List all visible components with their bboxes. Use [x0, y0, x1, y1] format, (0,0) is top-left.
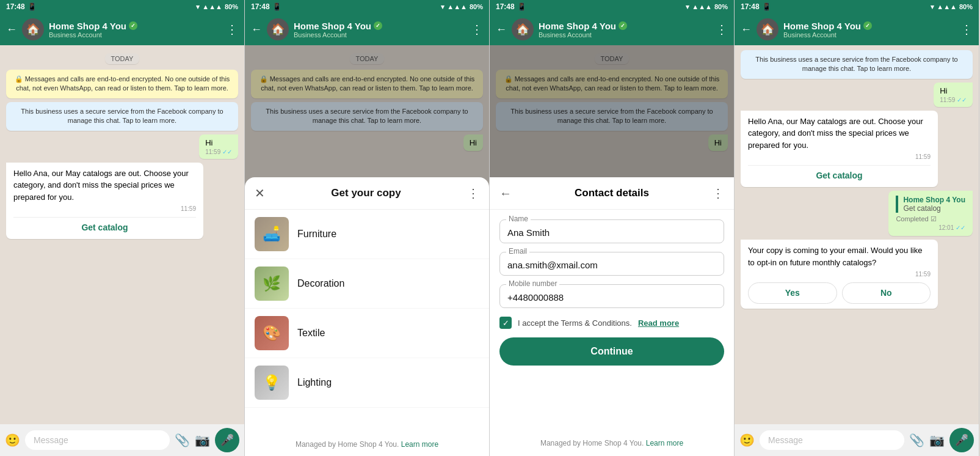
panel-2: 17:48 📱 ▾ ▲▲▲ 80% ← 🏠 Home Shop 4 You ✓ … — [245, 0, 490, 456]
close-button[interactable]: ✕ — [255, 186, 265, 200]
catalog-time-1: 11:59 — [13, 204, 196, 213]
status-bar-right-1: ▾ ▲▲▲ 80% — [196, 3, 238, 11]
header-info-2: Home Shop 4 You ✓ Business Account — [294, 21, 466, 39]
contact-learn-more[interactable]: Learn more — [646, 439, 683, 447]
catalog-item-furniture[interactable]: 🛋️ Furniture — [245, 210, 489, 259]
signal-icon-1: ▲▲▲ — [202, 3, 222, 10]
back-button-3[interactable]: ← — [496, 23, 507, 36]
email-value[interactable]: ana.smith@xmail.com — [507, 260, 716, 270]
back-button-2[interactable]: ← — [251, 23, 262, 36]
verified-badge-1: ✓ — [129, 21, 137, 30]
status-bar-right-2: ▾ ▲▲▲ 80% — [441, 3, 483, 11]
decoration-label: Decoration — [297, 278, 344, 289]
sheet-header: ✕ Get your copy ⋮ — [245, 177, 489, 210]
whatsapp-icon-2: 📱 — [272, 2, 281, 11]
status-bar-right-3: ▾ ▲▲▲ 80% — [686, 3, 728, 11]
encryption-msg-1[interactable]: 🔒 Messages and calls are end-to-end encr… — [6, 70, 238, 98]
bubble-catalog-1: Hello Ana, our May catalogs are out. Cho… — [6, 163, 203, 240]
battery-4: 80% — [959, 3, 973, 10]
mic-button-1[interactable]: 🎤 — [215, 428, 239, 452]
continue-button[interactable]: Continue — [499, 337, 724, 366]
sheet-dots[interactable]: ⋮ — [467, 186, 479, 200]
wifi-icon-4: ▾ — [931, 3, 934, 11]
input-bar-4: 🙂 Message 📎 📷 🎤 — [735, 424, 979, 456]
terms-checkbox[interactable]: ✓ — [499, 317, 512, 329]
business-sub-2: Business Account — [294, 31, 466, 39]
chat-header-4: ← 🏠 Home Shop 4 You ✓ Business Account ⋮ — [735, 13, 979, 45]
input-bar-1: 🙂 Message 📎 📷 🎤 — [0, 424, 244, 456]
yes-button[interactable]: Yes — [748, 282, 837, 304]
bubble-hi-4: Hi 11:59 ✓✓ — [934, 83, 973, 107]
hi-time-1: 11:59 ✓✓ — [205, 149, 232, 155]
time-2: 17:48 — [251, 2, 270, 11]
business-sub-3: Business Account — [539, 31, 711, 39]
camera-button-4[interactable]: 📷 — [929, 433, 945, 447]
time-3: 17:48 — [496, 2, 515, 11]
enc-msg-2: 🔒 Messages and calls are end-to-end encr… — [251, 70, 483, 98]
back-button-1[interactable]: ← — [6, 23, 17, 36]
status-bar-right-4: ▾ ▲▲▲ 80% — [931, 3, 973, 11]
business-name-1: Home Shop 4 You ✓ — [49, 21, 221, 31]
bubble-copy-4: Your copy is coming to your email. Would… — [741, 240, 938, 309]
copy-time-4: 11:59 — [748, 270, 931, 279]
contact-sheet: ← Contact details ⋮ Name Ana Smith Email… — [490, 177, 734, 456]
signal-icon-4: ▲▲▲ — [937, 3, 957, 10]
menu-dots-3[interactable]: ⋮ — [716, 22, 728, 37]
attach-button-1[interactable]: 📎 — [175, 433, 190, 447]
contact-dots[interactable]: ⋮ — [712, 186, 724, 200]
bubble-hi-1: Hi 11:59 ✓✓ — [199, 134, 238, 159]
verified-badge-2: ✓ — [374, 21, 382, 30]
decoration-thumb: 🌿 — [255, 267, 289, 301]
quoted-block-4: Home Shop 4 You Get catalog — [896, 196, 965, 213]
emoji-button-1[interactable]: 🙂 — [5, 433, 20, 447]
mic-button-4[interactable]: 🎤 — [949, 428, 974, 452]
chat-body-1: TODAY 🔒 Messages and calls are end-to-en… — [0, 45, 244, 424]
check-completed-4: ✓✓ — [956, 224, 965, 231]
no-button[interactable]: No — [842, 282, 931, 304]
avatar-3: 🏠 — [512, 18, 534, 40]
completed-time-4: 12:01 ✓✓ — [896, 224, 965, 231]
chat-body-4: This business uses a secure service from… — [735, 45, 979, 424]
phone-value[interactable]: +4480000888 — [507, 292, 716, 303]
verified-badge-4: ✓ — [863, 21, 872, 30]
lighting-label: Lighting — [297, 377, 332, 388]
learn-more-link[interactable]: Learn more — [401, 440, 438, 449]
home-icon-4: 🏠 — [761, 23, 774, 36]
secure-msg-1[interactable]: This business uses a secure service from… — [6, 102, 238, 131]
panel-4: 17:48 📱 ▾ ▲▲▲ 80% ← 🏠 Home Shop 4 You ✓ … — [735, 0, 979, 456]
bubble-catalog-4: Hello Ana, our May catalogs are out. Cho… — [741, 111, 938, 188]
menu-dots-4[interactable]: ⋮ — [960, 22, 973, 37]
get-catalog-link-4[interactable]: Get catalog — [748, 165, 931, 182]
name-value[interactable]: Ana Smith — [507, 227, 716, 238]
header-info-4: Home Shop 4 You ✓ Business Account — [783, 21, 956, 39]
time-1: 17:48 — [6, 2, 25, 11]
camera-button-1[interactable]: 📷 — [195, 433, 210, 447]
catalog-item-lighting[interactable]: 💡 Lighting — [245, 358, 489, 408]
message-input-1[interactable]: Message — [25, 430, 170, 450]
emoji-button-4[interactable]: 🙂 — [739, 433, 755, 447]
contact-back[interactable]: ← — [499, 186, 512, 200]
secure-msg-4[interactable]: This business uses a secure service from… — [741, 50, 973, 79]
time-4: 17:48 — [741, 2, 760, 11]
back-button-4[interactable]: ← — [741, 23, 752, 36]
phone-field: Mobile number +4480000888 — [499, 284, 724, 308]
email-label: Email — [506, 247, 529, 256]
status-bar-3: 17:48 📱 ▾ ▲▲▲ 80% — [490, 0, 734, 13]
quoted-sender: Home Shop 4 You — [903, 196, 965, 204]
terms-row: ✓ I accept the Terms & Conditions. Read … — [499, 317, 724, 329]
message-input-4[interactable]: Message — [760, 430, 904, 450]
catalog-item-decoration[interactable]: 🌿 Decoration — [245, 259, 489, 309]
sheet-title: Get your copy — [265, 187, 467, 199]
attach-button-4[interactable]: 📎 — [909, 433, 924, 447]
catalog-item-textile[interactable]: 🎨 Textile — [245, 309, 489, 358]
wifi-icon-2: ▾ — [441, 3, 445, 11]
status-bar-left-1: 17:48 📱 — [6, 2, 37, 11]
panel-3: 17:48 📱 ▾ ▲▲▲ 80% ← 🏠 Home Shop 4 You ✓ … — [490, 0, 735, 456]
header-info-3: Home Shop 4 You ✓ Business Account — [539, 21, 711, 39]
menu-dots-1[interactable]: ⋮ — [226, 22, 238, 37]
menu-dots-2[interactable]: ⋮ — [471, 22, 483, 37]
get-catalog-link-1[interactable]: Get catalog — [13, 217, 196, 234]
email-field: Email ana.smith@xmail.com — [499, 252, 724, 276]
catalog-sheet: ✕ Get your copy ⋮ 🛋️ Furniture 🌿 Decorat… — [245, 177, 489, 456]
terms-link[interactable]: Read more — [638, 318, 679, 328]
